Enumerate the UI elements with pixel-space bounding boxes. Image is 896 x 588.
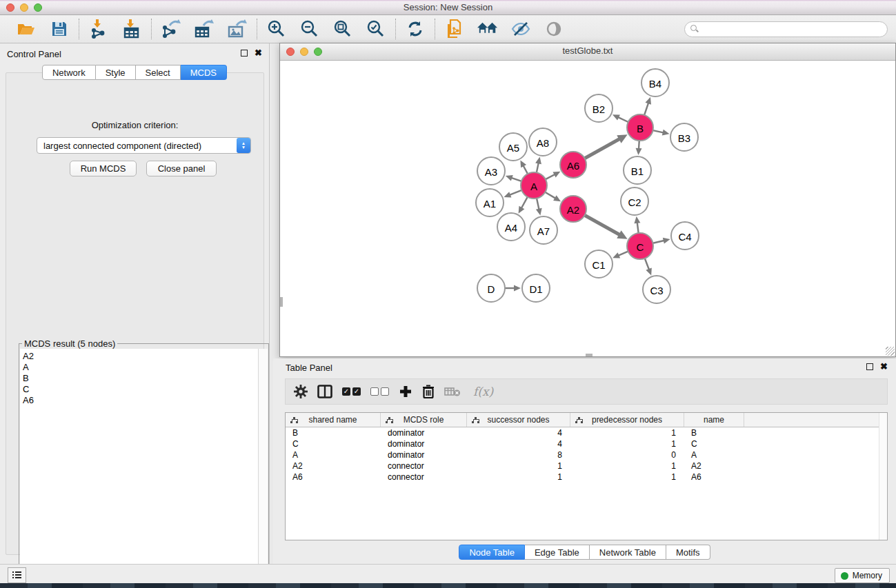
tab-network[interactable]: Network (42, 65, 96, 80)
show-columns-icon[interactable] (317, 383, 332, 401)
graph-edge-C-C1[interactable] (618, 252, 628, 256)
ndex-homes-icon[interactable] (477, 19, 498, 39)
refresh-icon[interactable] (405, 19, 426, 39)
graph-edge-A-A8[interactable] (537, 162, 539, 172)
zoom-selected-icon[interactable] (366, 19, 386, 39)
close-panel-icon[interactable]: ✖ (255, 50, 262, 57)
tab-network-table[interactable]: Network Table (590, 545, 666, 560)
float-panel-icon[interactable] (241, 50, 248, 57)
export-table-icon[interactable] (194, 19, 215, 39)
tab-mcds[interactable]: MCDS (181, 65, 227, 80)
tab-edge-table[interactable]: Edge Table (525, 545, 590, 560)
graph-edge-A2-C[interactable] (585, 215, 621, 235)
import-table-icon[interactable] (121, 19, 142, 39)
graph-edge-B-B2[interactable] (617, 117, 628, 122)
graph-node-B2[interactable]: B2 (585, 94, 613, 122)
copy-network-icon[interactable] (444, 19, 465, 39)
float-panel-icon[interactable] (866, 363, 873, 370)
graph-node-B[interactable]: B (627, 114, 653, 141)
mcds-result-scrollbar[interactable] (259, 349, 268, 580)
graph-edge-A-A4[interactable] (521, 197, 527, 209)
tab-style[interactable]: Style (96, 65, 136, 80)
table-scrollbar-track[interactable] (879, 413, 887, 540)
resize-grip-icon[interactable] (886, 347, 895, 356)
optimization-criterion-select[interactable]: largest connected component (directed) ▲… (37, 137, 251, 154)
mcds-result-item[interactable]: A6 (23, 395, 258, 406)
graph-node-C[interactable]: C (627, 233, 653, 259)
graph-node-C3[interactable]: C3 (643, 276, 670, 303)
graph-edge-A-A5[interactable] (523, 165, 528, 174)
close-panel-button[interactable]: Close panel (146, 161, 217, 176)
column-header-successor-nodes[interactable]: successor nodes (467, 413, 570, 427)
graph-node-A1[interactable]: A1 (476, 189, 504, 216)
table-row[interactable]: Cdominator41C (286, 438, 887, 449)
column-header-name[interactable]: name (684, 413, 744, 427)
add-column-icon[interactable] (399, 383, 412, 401)
graph-node-A[interactable]: A (521, 172, 547, 199)
table-row[interactable]: A6connector11A6 (286, 472, 887, 483)
search-input[interactable] (684, 21, 888, 37)
column-header-MCDS-role[interactable]: MCDS role (381, 413, 467, 427)
export-network-icon[interactable] (161, 19, 181, 39)
network-vscroll-thumb[interactable] (280, 297, 283, 307)
graph-node-C1[interactable]: C1 (585, 250, 613, 278)
import-network-icon[interactable] (88, 19, 109, 39)
graph-edge-A6-B[interactable] (585, 139, 621, 159)
graph-node-A6[interactable]: A6 (560, 152, 586, 178)
mcds-result-item[interactable]: A (23, 362, 258, 373)
graph-edge-C-C3[interactable] (645, 258, 650, 270)
table-row[interactable]: A2connector11A2 (286, 460, 887, 472)
delete-column-icon[interactable] (422, 383, 435, 401)
graph-edge-A-A2[interactable] (545, 192, 556, 199)
graph-node-B1[interactable]: B1 (624, 156, 651, 184)
hide-eye-icon[interactable] (510, 19, 531, 39)
table-row[interactable]: Bdominator41B (286, 427, 887, 438)
graph-edge-C-C4[interactable] (653, 241, 665, 243)
save-session-icon[interactable] (49, 19, 70, 39)
graph-node-A3[interactable]: A3 (477, 157, 505, 185)
graph-node-A5[interactable]: A5 (499, 133, 527, 161)
graph-node-B3[interactable]: B3 (670, 123, 698, 151)
zoom-out-icon[interactable] (299, 19, 320, 39)
graph-edge-A-A7[interactable] (537, 199, 539, 210)
open-session-icon[interactable] (16, 19, 37, 39)
network-window-titlebar[interactable]: testGlobe.txt (280, 43, 895, 61)
task-history-button[interactable] (8, 567, 26, 583)
graph-edge-C-C2[interactable] (637, 222, 639, 233)
graph-node-A7[interactable]: A7 (530, 216, 557, 244)
graph-edge-A-A3[interactable] (510, 178, 521, 181)
network-canvas[interactable]: AA6A2BCB4B2B3B1A5A8A3A1A4A7C2C4C1C3DD1 (280, 61, 895, 356)
zoom-fit-icon[interactable] (332, 19, 353, 39)
graph-node-B4[interactable]: B4 (641, 69, 669, 97)
graph-edge-B-B3[interactable] (653, 130, 664, 133)
mcds-result-list[interactable]: A2ABCA6 (20, 349, 259, 580)
graph-node-A2[interactable]: A2 (560, 196, 586, 222)
tab-node-table[interactable]: Node Table (459, 545, 525, 560)
graph-node-D[interactable]: D (477, 274, 505, 302)
graph-edge-A-A6[interactable] (546, 174, 556, 180)
mcds-result-item[interactable]: A2 (23, 351, 258, 362)
graph-edge-B-B4[interactable] (644, 102, 648, 115)
network-hscroll-thumb[interactable] (586, 354, 593, 356)
graph-node-A8[interactable]: A8 (529, 128, 557, 156)
graph-node-D1[interactable]: D1 (522, 274, 550, 302)
column-header-shared-name[interactable]: shared name (286, 413, 381, 427)
graph-node-A4[interactable]: A4 (497, 213, 525, 241)
close-panel-icon[interactable]: ✖ (880, 363, 888, 370)
graph-edge-A-A1[interactable] (509, 190, 521, 195)
select-all-checkboxes-icon[interactable]: ✓✓ (342, 383, 361, 401)
memory-button[interactable]: Memory (835, 568, 890, 583)
export-image-icon[interactable] (227, 19, 248, 39)
graph-node-C2[interactable]: C2 (621, 187, 648, 215)
graph-node-C4[interactable]: C4 (671, 222, 699, 250)
run-mcds-button[interactable]: Run MCDS (70, 161, 137, 176)
detail-eye-icon[interactable] (544, 19, 564, 39)
table-settings-gear-icon[interactable] (294, 383, 308, 401)
column-header-predecessor-nodes[interactable]: predecessor nodes (570, 413, 684, 427)
tab-select[interactable]: Select (136, 65, 181, 80)
table-row[interactable]: Adominator80A (286, 449, 887, 460)
mcds-result-item[interactable]: B (23, 373, 258, 384)
mcds-result-item[interactable]: C (23, 384, 258, 395)
clear-checkboxes-icon[interactable] (370, 383, 389, 401)
tab-motifs[interactable]: Motifs (666, 545, 710, 560)
